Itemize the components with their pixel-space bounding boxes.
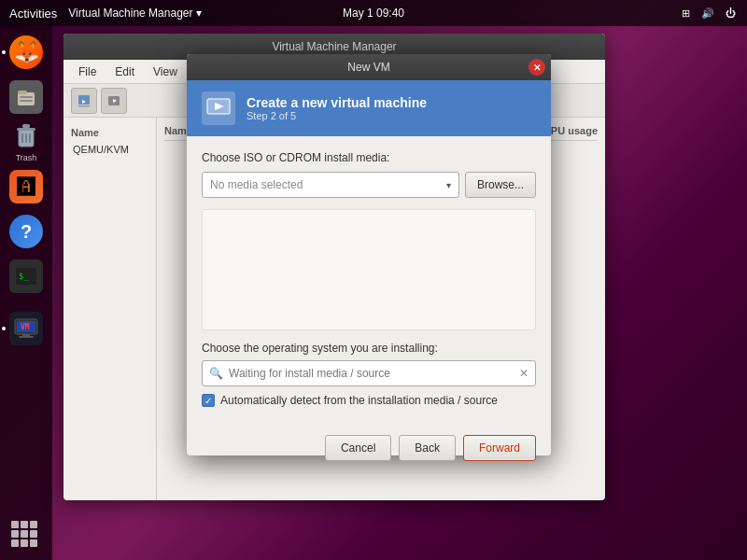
network-icon[interactable]: ⊞	[678, 6, 693, 21]
newvm-media-dropdown[interactable]: No media selected ▾	[202, 172, 459, 198]
newvm-titlebar: New VM ✕	[187, 54, 551, 80]
menu-file[interactable]: File	[71, 63, 104, 80]
newvm-autodetect-row: ✓ Automatically detect from the installa…	[202, 394, 536, 407]
forward-button[interactable]: Forward	[463, 435, 536, 461]
newvm-empty-area	[202, 209, 536, 330]
launcher-item-vmm[interactable]: VM	[6, 308, 47, 349]
launcher-active-dot	[2, 50, 6, 54]
topbar-datetime: May 1 09:40	[343, 7, 404, 20]
menu-view[interactable]: View	[146, 63, 185, 80]
vmm-col-cpu: CPU usage	[543, 125, 598, 136]
svg-rect-2	[20, 96, 33, 98]
apps-dot	[11, 521, 19, 528]
svg-rect-5	[17, 128, 35, 131]
newvm-title: New VM	[347, 61, 389, 74]
svg-text:VM: VM	[21, 323, 30, 331]
newvm-header-subtitle: Step 2 of 5	[247, 110, 427, 121]
newvm-dropdown-arrow-icon: ▾	[446, 180, 451, 190]
apps-dot	[21, 539, 28, 547]
launcher-item-files[interactable]	[6, 77, 47, 118]
vmm-sidebar: Name QEMU/KVM	[63, 118, 157, 500]
apps-dot	[11, 530, 19, 538]
software-icon: 🅰	[9, 170, 43, 203]
svg-text:$_: $_	[19, 272, 29, 281]
topbar-right: ⊞ 🔊 ⏻	[678, 6, 738, 21]
search-icon: 🔍	[209, 367, 223, 380]
launcher: 🦊 Trash 🅰 ? $_	[0, 26, 52, 560]
topbar: Activities Virtual Machine Manager ▾ May…	[0, 0, 747, 26]
newvm-browse-button[interactable]: Browse...	[465, 172, 536, 198]
firefox-icon: 🦊	[9, 35, 43, 69]
launcher-item-terminal[interactable]: $_	[6, 256, 47, 297]
vmm-toolbar-btn2[interactable]	[101, 88, 127, 114]
newvm-media-label: Choose ISO or CDROM install media:	[202, 151, 536, 164]
volume-icon[interactable]: 🔊	[700, 6, 715, 21]
vmm-icon: VM	[9, 312, 43, 345]
newvm-dialog: New VM ✕ Create a new virtual machine St…	[187, 54, 551, 455]
menu-edit[interactable]: Edit	[107, 63, 142, 80]
svg-rect-17	[78, 95, 90, 105]
launcher-item-help[interactable]: ?	[6, 211, 47, 252]
help-icon: ?	[9, 215, 43, 248]
newvm-os-search: 🔍 ✕	[202, 360, 536, 386]
apps-dot	[21, 530, 28, 538]
newvm-body: Choose ISO or CDROM install media: No me…	[187, 136, 551, 435]
newvm-os-input[interactable]	[202, 360, 536, 386]
vmm-active-dot	[2, 327, 6, 330]
terminal-icon: $_	[9, 259, 43, 293]
newvm-footer: Cancel Back Forward	[187, 435, 551, 474]
newvm-header-icon	[202, 91, 235, 125]
apps-grid-button[interactable]	[11, 521, 41, 551]
activities-button[interactable]: Activities	[9, 7, 57, 21]
newvm-header-text: Create a new virtual machine Step 2 of 5	[247, 95, 427, 121]
svg-rect-15	[22, 334, 30, 336]
newvm-autodetect-label: Automatically detect from the installati…	[220, 394, 498, 407]
svg-rect-19	[78, 105, 90, 107]
apps-dot	[11, 539, 19, 547]
newvm-header: Create a new virtual machine Step 2 of 5	[187, 80, 551, 136]
clear-icon[interactable]: ✕	[519, 367, 529, 380]
svg-rect-6	[22, 124, 30, 128]
newvm-autodetect-checkbox[interactable]: ✓	[202, 394, 215, 407]
newvm-media-row: No media selected ▾ Browse...	[202, 172, 536, 198]
files-icon	[9, 80, 43, 114]
topbar-app-arrow[interactable]: ▾	[196, 7, 202, 20]
apps-dot	[30, 539, 37, 547]
cancel-button[interactable]: Cancel	[325, 435, 391, 461]
topbar-left: Activities Virtual Machine Manager ▾	[9, 7, 202, 21]
newvm-close-button[interactable]: ✕	[529, 59, 545, 76]
launcher-trash-label: Trash	[16, 153, 37, 162]
apps-dot	[30, 530, 37, 538]
launcher-item-trash[interactable]: Trash	[6, 121, 47, 162]
svg-rect-0	[18, 92, 35, 105]
launcher-item-firefox[interactable]: 🦊	[6, 32, 47, 73]
power-icon[interactable]: ⏻	[723, 6, 738, 21]
vmm-toolbar-btn1[interactable]	[71, 88, 97, 114]
trash-icon	[9, 121, 43, 151]
svg-rect-3	[20, 100, 33, 102]
apps-dot	[21, 521, 28, 528]
back-button[interactable]: Back	[399, 435, 456, 461]
newvm-header-title: Create a new virtual machine	[247, 95, 427, 110]
topbar-appname: Virtual Machine Manager ▾	[68, 7, 202, 20]
newvm-media-dropdown-text: No media selected	[210, 178, 303, 191]
apps-dot	[30, 521, 37, 528]
svg-rect-1	[18, 91, 27, 94]
checkbox-checkmark: ✓	[204, 396, 212, 406]
vmm-title: Virtual Machine Manager	[272, 40, 396, 53]
vmm-sidebar-header: Name	[67, 125, 152, 140]
newvm-os-label: Choose the operating system you are inst…	[202, 342, 536, 355]
topbar-app-label: Virtual Machine Manager	[68, 7, 192, 20]
vmm-sidebar-item-qemu[interactable]: QEMU/KVM	[67, 140, 152, 159]
desktop: Activities Virtual Machine Manager ▾ May…	[0, 0, 747, 560]
svg-rect-16	[19, 336, 34, 338]
launcher-item-software[interactable]: 🅰	[6, 166, 47, 207]
